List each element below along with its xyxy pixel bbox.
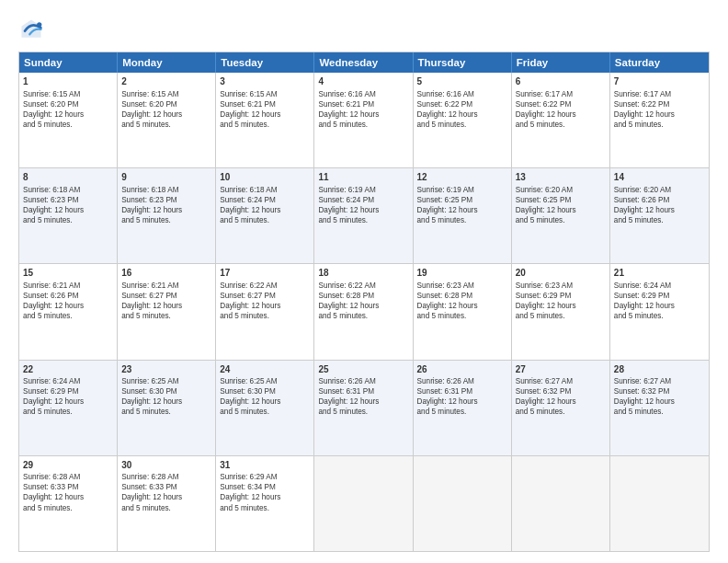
cell-line: Daylight: 12 hours bbox=[220, 492, 310, 502]
cell-line: and 5 minutes. bbox=[23, 311, 113, 321]
svg-point-1 bbox=[37, 22, 41, 27]
cell-line: and 5 minutes. bbox=[417, 407, 507, 417]
cell-line: Sunrise: 6:18 AM bbox=[23, 185, 113, 195]
weekday-header-wednesday: Wednesday bbox=[314, 52, 413, 73]
day-number: 24 bbox=[220, 363, 310, 376]
cell-line: Daylight: 12 hours bbox=[220, 396, 310, 407]
calendar-cell-day-9: 9Sunrise: 6:18 AMSunset: 6:23 PMDaylight… bbox=[118, 168, 216, 263]
cell-line: and 5 minutes. bbox=[318, 311, 408, 321]
cell-line: and 5 minutes. bbox=[614, 407, 705, 417]
day-number: 1 bbox=[23, 75, 113, 88]
day-number: 9 bbox=[121, 171, 211, 184]
calendar-cell-day-10: 10Sunrise: 6:18 AMSunset: 6:24 PMDayligh… bbox=[216, 168, 314, 263]
cell-line: and 5 minutes. bbox=[121, 120, 211, 130]
cell-line: Daylight: 12 hours bbox=[417, 109, 507, 120]
cell-line: Daylight: 12 hours bbox=[516, 396, 606, 407]
cell-line: Sunset: 6:26 PM bbox=[23, 291, 113, 301]
cell-line: Sunrise: 6:28 AM bbox=[23, 472, 113, 482]
day-number: 20 bbox=[516, 267, 606, 280]
cell-line: Daylight: 12 hours bbox=[417, 396, 507, 407]
calendar-cell-day-12: 12Sunrise: 6:19 AMSunset: 6:25 PMDayligh… bbox=[414, 168, 512, 263]
cell-line: Daylight: 12 hours bbox=[121, 396, 211, 407]
day-number: 6 bbox=[516, 75, 606, 88]
cell-line: Sunrise: 6:25 AM bbox=[121, 376, 211, 386]
calendar-cell-empty bbox=[610, 456, 709, 551]
cell-line: Sunset: 6:31 PM bbox=[417, 386, 507, 396]
calendar-cell-day-13: 13Sunrise: 6:20 AMSunset: 6:25 PMDayligh… bbox=[512, 168, 610, 263]
cell-line: Sunrise: 6:17 AM bbox=[516, 89, 606, 99]
cell-line: and 5 minutes. bbox=[220, 311, 310, 321]
calendar-cell-empty bbox=[414, 456, 512, 551]
cell-line: Sunrise: 6:16 AM bbox=[318, 89, 408, 99]
calendar-cell-day-22: 22Sunrise: 6:24 AMSunset: 6:29 PMDayligh… bbox=[19, 361, 118, 455]
calendar-cell-day-14: 14Sunrise: 6:20 AMSunset: 6:26 PMDayligh… bbox=[610, 168, 709, 263]
calendar-cell-day-19: 19Sunrise: 6:23 AMSunset: 6:28 PMDayligh… bbox=[414, 264, 512, 359]
calendar-cell-day-15: 15Sunrise: 6:21 AMSunset: 6:26 PMDayligh… bbox=[19, 264, 118, 359]
weekday-header-tuesday: Tuesday bbox=[216, 52, 314, 73]
cell-line: Daylight: 12 hours bbox=[23, 492, 113, 502]
cell-line: Sunrise: 6:16 AM bbox=[417, 89, 507, 99]
cell-line: and 5 minutes. bbox=[614, 120, 705, 130]
cell-line: Daylight: 12 hours bbox=[614, 109, 705, 120]
day-number: 4 bbox=[318, 75, 408, 88]
cell-line: Sunrise: 6:20 AM bbox=[516, 185, 606, 195]
cell-line: Sunset: 6:22 PM bbox=[516, 99, 606, 109]
cell-line: Daylight: 12 hours bbox=[516, 205, 606, 215]
cell-line: and 5 minutes. bbox=[220, 407, 310, 417]
cell-line: Sunset: 6:29 PM bbox=[23, 386, 113, 396]
cell-line: and 5 minutes. bbox=[220, 215, 310, 225]
calendar-cell-day-27: 27Sunrise: 6:27 AMSunset: 6:32 PMDayligh… bbox=[512, 361, 610, 455]
cell-line: and 5 minutes. bbox=[318, 215, 408, 225]
cell-line: and 5 minutes. bbox=[318, 120, 408, 130]
cell-line: and 5 minutes. bbox=[23, 120, 113, 130]
day-number: 28 bbox=[614, 363, 705, 376]
calendar-cell-day-6: 6Sunrise: 6:17 AMSunset: 6:22 PMDaylight… bbox=[512, 73, 610, 167]
calendar-cell-day-16: 16Sunrise: 6:21 AMSunset: 6:27 PMDayligh… bbox=[118, 264, 216, 359]
calendar-cell-day-28: 28Sunrise: 6:27 AMSunset: 6:32 PMDayligh… bbox=[610, 361, 709, 455]
day-number: 3 bbox=[220, 75, 310, 88]
calendar-row-1: 1Sunrise: 6:15 AMSunset: 6:20 PMDaylight… bbox=[19, 73, 709, 168]
cell-line: Sunrise: 6:22 AM bbox=[318, 281, 408, 291]
cell-line: and 5 minutes. bbox=[614, 215, 705, 225]
day-number: 2 bbox=[121, 75, 211, 88]
cell-line: Sunrise: 6:28 AM bbox=[121, 472, 211, 482]
cell-line: Sunset: 6:31 PM bbox=[318, 386, 408, 396]
calendar-cell-day-18: 18Sunrise: 6:22 AMSunset: 6:28 PMDayligh… bbox=[314, 264, 413, 359]
calendar-cell-day-4: 4Sunrise: 6:16 AMSunset: 6:21 PMDaylight… bbox=[314, 73, 413, 167]
cell-line: and 5 minutes. bbox=[614, 311, 705, 321]
day-number: 25 bbox=[318, 363, 408, 376]
calendar-cell-day-30: 30Sunrise: 6:28 AMSunset: 6:33 PMDayligh… bbox=[118, 456, 216, 551]
cell-line: Sunrise: 6:21 AM bbox=[121, 281, 211, 291]
cell-line: Sunrise: 6:18 AM bbox=[121, 185, 211, 195]
calendar-cell-day-11: 11Sunrise: 6:19 AMSunset: 6:24 PMDayligh… bbox=[314, 168, 413, 263]
cell-line: and 5 minutes. bbox=[121, 503, 211, 513]
day-number: 7 bbox=[614, 75, 705, 88]
cell-line: Sunset: 6:30 PM bbox=[220, 386, 310, 396]
day-number: 8 bbox=[23, 171, 113, 184]
cell-line: Sunrise: 6:27 AM bbox=[516, 376, 606, 386]
cell-line: Sunrise: 6:24 AM bbox=[23, 376, 113, 386]
cell-line: and 5 minutes. bbox=[220, 503, 310, 513]
cell-line: Sunrise: 6:15 AM bbox=[121, 89, 211, 99]
cell-line: Daylight: 12 hours bbox=[318, 396, 408, 407]
weekday-header-thursday: Thursday bbox=[414, 52, 512, 73]
day-number: 21 bbox=[614, 267, 705, 280]
cell-line: Daylight: 12 hours bbox=[220, 205, 310, 215]
cell-line: Daylight: 12 hours bbox=[23, 396, 113, 407]
calendar-body: 1Sunrise: 6:15 AMSunset: 6:20 PMDaylight… bbox=[19, 73, 709, 551]
cell-line: Sunset: 6:21 PM bbox=[220, 99, 310, 109]
weekday-header-monday: Monday bbox=[118, 52, 216, 73]
calendar-row-4: 22Sunrise: 6:24 AMSunset: 6:29 PMDayligh… bbox=[19, 361, 709, 456]
weekday-header-sunday: Sunday bbox=[19, 52, 118, 73]
cell-line: Sunrise: 6:19 AM bbox=[417, 185, 507, 195]
cell-line: Daylight: 12 hours bbox=[121, 301, 211, 311]
cell-line: Sunset: 6:20 PM bbox=[23, 99, 113, 109]
day-number: 31 bbox=[220, 459, 310, 472]
cell-line: Daylight: 12 hours bbox=[318, 205, 408, 215]
day-number: 10 bbox=[220, 171, 310, 184]
calendar-row-5: 29Sunrise: 6:28 AMSunset: 6:33 PMDayligh… bbox=[19, 456, 709, 551]
calendar-cell-day-17: 17Sunrise: 6:22 AMSunset: 6:27 PMDayligh… bbox=[216, 264, 314, 359]
cell-line: Sunset: 6:21 PM bbox=[318, 99, 408, 109]
cell-line: Sunset: 6:29 PM bbox=[614, 291, 705, 301]
cell-line: Sunset: 6:20 PM bbox=[121, 99, 211, 109]
